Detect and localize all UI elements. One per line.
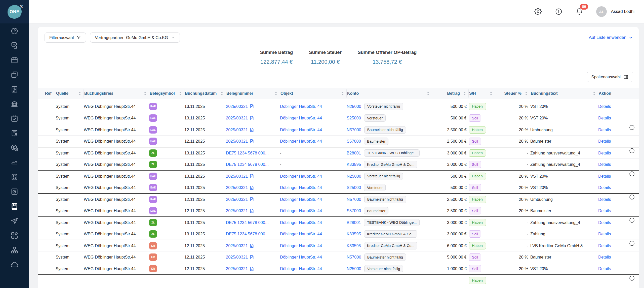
objekt-link[interactable]: Döblinger HauptStr. 44 (280, 208, 322, 213)
details-link[interactable]: Details (598, 127, 611, 132)
column-header-konto[interactable]: Konto (347, 89, 432, 98)
group-info-icon[interactable] (629, 275, 635, 281)
sidebar-item-apps-grid[interactable] (9, 230, 20, 241)
details-link[interactable]: Details (598, 185, 611, 190)
sidebar-item-invoice-euro[interactable] (9, 84, 20, 94)
sidebar-item-line-chart[interactable] (9, 157, 20, 168)
belegnummer-link[interactable]: 2025/00321 (226, 116, 248, 120)
objekt-link[interactable]: Döblinger HauptStr. 44 (280, 232, 322, 236)
group-info-icon[interactable] (629, 241, 635, 246)
sort-arrows-icon[interactable] (461, 92, 466, 95)
column-header-betrag[interactable]: Betrag (432, 89, 469, 98)
sidebar-item-send[interactable] (9, 216, 20, 226)
sidebar-item-calendar[interactable] (9, 55, 20, 65)
konto-link[interactable]: S57000 (347, 139, 361, 144)
group-info-icon[interactable] (629, 171, 635, 177)
notifications-bell-icon[interactable]: 80 (576, 8, 583, 15)
sidebar-item-cloud[interactable] (9, 260, 20, 270)
objekt-link[interactable]: Döblinger HauptStr. 44 (280, 243, 322, 248)
sidebar-item-documents-copy[interactable] (9, 70, 20, 80)
konto-link[interactable]: N25000 (347, 104, 361, 109)
belegnummer-link[interactable]: 2025/00321 (226, 185, 248, 190)
details-link[interactable]: Details (598, 232, 611, 236)
sort-arrows-icon[interactable] (425, 92, 429, 95)
konto-link[interactable]: S25000 (347, 116, 361, 120)
details-link[interactable]: Details (598, 197, 611, 202)
sort-arrows-icon[interactable] (177, 92, 182, 95)
sort-arrows-icon[interactable] (488, 92, 492, 95)
sort-arrows-icon[interactable] (339, 92, 344, 95)
objekt-link[interactable]: Döblinger HauptStr. 44 (280, 104, 322, 109)
details-link[interactable]: Details (598, 220, 611, 225)
belegnummer-link[interactable]: 2025/00321 (226, 139, 248, 144)
document-file-icon[interactable] (250, 139, 254, 144)
belegnummer-link[interactable]: 2025/00321 (226, 104, 248, 109)
info-icon[interactable] (555, 8, 562, 15)
konto-link[interactable]: N25000 (347, 174, 361, 179)
belegnummer-link[interactable]: 2025/00321 (226, 243, 248, 248)
sidebar-item-sitemap[interactable] (9, 245, 20, 255)
belegnummer-link[interactable]: DE75 1234 5678 000... (226, 232, 269, 236)
sort-arrows-icon[interactable] (591, 92, 595, 95)
group-info-icon[interactable] (629, 194, 635, 200)
details-link[interactable]: Details (598, 162, 611, 167)
objekt-link[interactable]: Döblinger HauptStr. 44 (280, 197, 322, 202)
column-header-belegsymbol[interactable]: Belegsymbol (149, 89, 184, 98)
sort-arrows-icon[interactable] (76, 92, 81, 95)
partner-filter-chip[interactable]: Vertragspartner GeMu GmbH & Co.KG (90, 33, 180, 43)
details-link[interactable]: Details (598, 174, 611, 178)
sidebar-item-calendar-check[interactable] (9, 113, 20, 124)
objekt-link[interactable]: Döblinger HauptStr. 44 (280, 139, 322, 143)
sidebar-item-pie-report[interactable] (9, 186, 20, 197)
belegnummer-link[interactable]: 2025/00321 (226, 255, 248, 260)
column-header-buchungstext[interactable]: Buchungstext (530, 89, 598, 98)
konto-link[interactable]: N57000 (347, 127, 361, 132)
sidebar-item-bank[interactable] (9, 99, 20, 109)
sidebar-item-book-ledger[interactable] (9, 201, 20, 211)
filter-select-button[interactable]: Filterauswahl (45, 33, 86, 43)
group-info-icon[interactable] (629, 217, 635, 223)
column-header-quelle[interactable]: Quelle (56, 89, 84, 98)
document-file-icon[interactable] (250, 255, 254, 260)
details-link[interactable]: Details (598, 266, 611, 271)
objekt-link[interactable]: Döblinger HauptStr. 44 (280, 220, 322, 225)
konto-link[interactable]: B28001 (347, 151, 361, 155)
belegnummer-link[interactable]: 2025/00321 (226, 174, 248, 179)
document-file-icon[interactable] (250, 267, 254, 271)
belegnummer-link[interactable]: 2025/00321 (226, 208, 248, 213)
document-file-icon[interactable] (250, 197, 254, 202)
details-link[interactable]: Details (598, 104, 611, 109)
sidebar-item-calculator[interactable] (9, 172, 20, 182)
column-header-s-h[interactable]: S/H (469, 89, 495, 98)
sort-arrows-icon[interactable] (523, 92, 528, 95)
konto-link[interactable]: K33595 (347, 243, 361, 248)
column-header-objekt[interactable]: Objekt (280, 89, 347, 98)
details-link[interactable]: Details (598, 243, 611, 248)
objekt-link[interactable]: Döblinger HauptStr. 44 (280, 127, 322, 132)
objekt-link[interactable]: Döblinger HauptStr. 44 (280, 266, 322, 271)
sidebar-item-database-home[interactable] (9, 40, 20, 51)
konto-link[interactable]: N25000 (347, 266, 361, 271)
document-file-icon[interactable] (250, 185, 254, 190)
belegnummer-link[interactable]: DE75 1234 5678 000... (226, 220, 269, 225)
column-header-buchungsdatum[interactable]: Buchungsdatum (184, 89, 226, 98)
objekt-link[interactable]: Döblinger HauptStr. 44 (280, 255, 322, 259)
details-link[interactable]: Details (598, 116, 611, 120)
belegnummer-link[interactable]: DE75 1234 5678 000... (226, 151, 269, 155)
column-header-buchungskreis[interactable]: Buchungskreis (84, 89, 149, 98)
konto-link[interactable]: N57000 (347, 255, 361, 260)
objekt-link[interactable]: Döblinger HauptStr. 44 (280, 185, 322, 190)
details-link[interactable]: Details (598, 151, 611, 155)
one-logo[interactable]: ONE ® (8, 5, 22, 19)
belegnummer-link[interactable]: 2025/00321 (226, 266, 248, 271)
column-header-aktion[interactable]: Aktion (598, 89, 635, 98)
group-info-icon[interactable] (629, 125, 635, 130)
sort-arrows-icon[interactable] (142, 92, 146, 95)
group-info-icon[interactable] (629, 148, 635, 153)
settings-gear-icon[interactable] (534, 8, 542, 15)
objekt-link[interactable]: Döblinger HauptStr. 44 (280, 174, 322, 178)
konto-link[interactable]: K33595 (347, 232, 361, 236)
sidebar-item-dashboard[interactable] (9, 26, 20, 36)
sort-arrows-icon[interactable] (273, 92, 277, 95)
document-file-icon[interactable] (250, 104, 254, 109)
